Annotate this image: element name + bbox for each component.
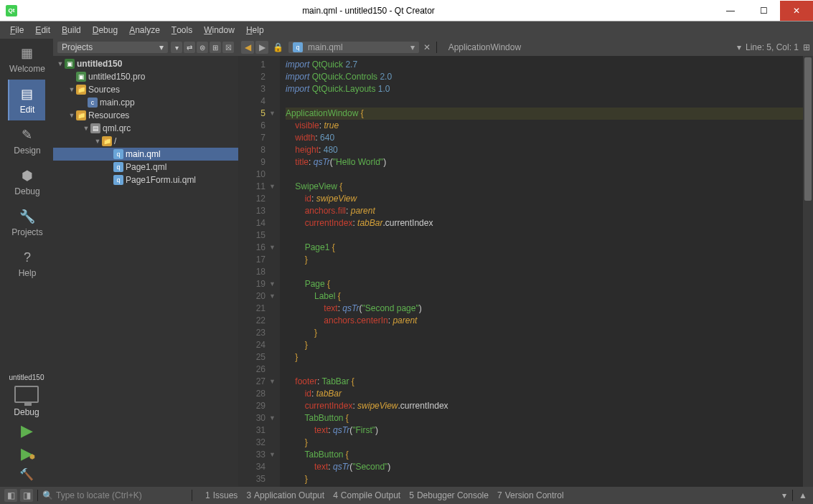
- search-icon: 🔍: [42, 490, 53, 500]
- project-sidebar: Projects ▾ ▾ ⇄ ⊜ ⊞ ☒ ▼▣untitled150 ▣unti…: [53, 39, 238, 487]
- activity-projects[interactable]: 🔧Projects: [8, 202, 45, 243]
- nav-forward-button[interactable]: ▶: [255, 41, 268, 54]
- project-tree[interactable]: ▼▣untitled150 ▣untitled150.pro ▼📁Sources…: [53, 56, 238, 487]
- vertical-scrollbar[interactable]: [803, 56, 813, 487]
- toggle-sidebar-button[interactable]: ◧: [4, 489, 17, 502]
- tree-sources-folder[interactable]: ▼📁Sources: [53, 83, 238, 96]
- menu-tools[interactable]: Tools: [166, 22, 198, 39]
- tree-mainqml[interactable]: qmain.qml: [53, 148, 238, 161]
- sync-icon[interactable]: ⇄: [184, 42, 195, 53]
- menu-file[interactable]: File: [4, 22, 29, 39]
- menu-window[interactable]: Window: [198, 22, 240, 39]
- output-tab-debugger-console[interactable]: 5Debugger Console: [409, 490, 489, 500]
- link-icon[interactable]: ⊜: [197, 42, 208, 53]
- activity-bar: ▦Welcome▤Edit✎Design⬢Debug🔧Projects?Help…: [0, 39, 53, 487]
- editor-toolbar: ◀ ▶ 🔒 q main.qml ▾ ✕ ApplicationWindow ▾…: [238, 39, 813, 56]
- editor-file-selector[interactable]: q main.qml ▾: [288, 42, 419, 53]
- tree-profile[interactable]: ▣untitled150.pro: [53, 70, 238, 83]
- tree-maincpp[interactable]: cmain.cpp: [53, 96, 238, 109]
- window-title: main.qml - untitled150 - Qt Creator: [23, 6, 714, 16]
- sidebar-view-label: Projects: [62, 42, 93, 52]
- output-tab-issues[interactable]: 1Issues: [205, 490, 238, 500]
- target-selector-icon[interactable]: [14, 386, 39, 403]
- tree-qrc[interactable]: ▼▤qml.qrc: [53, 122, 238, 135]
- code-editor[interactable]: import QtQuick 2.7import QtQuick.Control…: [280, 56, 813, 487]
- split-icon[interactable]: ⊞: [210, 42, 221, 53]
- kit-name[interactable]: untitled150: [9, 374, 44, 381]
- menubar: FileEditBuildDebugAnalyzeToolsWindowHelp: [0, 22, 813, 39]
- editor-symbol-selector[interactable]: ApplicationWindow: [443, 42, 733, 52]
- projects-icon: 🔧: [19, 208, 36, 225]
- qml-file-icon: q: [293, 42, 303, 52]
- menu-edit[interactable]: Edit: [29, 22, 56, 39]
- edit-icon: ▤: [19, 85, 36, 103]
- activity-edit[interactable]: ▤Edit: [8, 80, 45, 120]
- output-tab-application-output[interactable]: 3Application Output: [246, 490, 324, 500]
- window-titlebar: Qt main.qml - untitled150 - Qt Creator —…: [0, 0, 813, 22]
- help-icon: ?: [19, 249, 36, 266]
- activity-welcome[interactable]: ▦Welcome: [8, 39, 45, 80]
- filter-icon[interactable]: ▾: [171, 42, 182, 53]
- output-tab-version-control[interactable]: 7Version Control: [497, 490, 564, 500]
- editor-area: ◀ ▶ 🔒 q main.qml ▾ ✕ ApplicationWindow ▾…: [238, 39, 813, 487]
- menu-analyze[interactable]: Analyze: [123, 22, 166, 39]
- dropdown-arrow-icon: ▾: [410, 42, 415, 52]
- tree-resources-folder[interactable]: ▼📁Resources: [53, 109, 238, 122]
- editor-gutter[interactable]: 12345▼67891011▼1213141516▼171819▼20▼2122…: [238, 56, 280, 487]
- build-config[interactable]: Debug: [14, 407, 39, 417]
- statusbar: ◧ ◨ 🔍 Type to locate (Ctrl+K) 1Issues3Ap…: [0, 487, 813, 504]
- build-button[interactable]: 🔨: [19, 467, 34, 481]
- tree-page1[interactable]: qPage1.qml: [53, 161, 238, 173]
- lock-icon[interactable]: 🔒: [273, 42, 284, 52]
- tree-page1form[interactable]: qPage1Form.ui.qml: [53, 173, 238, 186]
- qt-app-icon: Qt: [6, 5, 17, 16]
- close-pane-icon[interactable]: ☒: [222, 42, 234, 53]
- scroll-up-button[interactable]: ▲: [799, 490, 807, 500]
- sidebar-view-selector[interactable]: Projects ▾: [57, 42, 168, 53]
- menu-build[interactable]: Build: [56, 22, 87, 39]
- locator-input[interactable]: 🔍 Type to locate (Ctrl+K): [42, 490, 186, 500]
- window-close-button[interactable]: ✕: [780, 1, 813, 21]
- debug-run-button[interactable]: ▶⬢: [21, 444, 33, 463]
- menu-help[interactable]: Help: [240, 22, 270, 39]
- close-document-icon[interactable]: ✕: [423, 42, 431, 52]
- dropdown-arrow-icon: ▾: [159, 42, 164, 52]
- welcome-icon: ▦: [19, 44, 36, 62]
- menu-debug[interactable]: Debug: [87, 22, 123, 39]
- dropdown-arrow-icon: ▾: [737, 42, 741, 52]
- tree-slash-folder[interactable]: ▼📁/: [53, 135, 238, 148]
- activity-debug[interactable]: ⬢Debug: [8, 161, 45, 202]
- editor-filename: main.qml: [308, 42, 343, 52]
- design-icon: ✎: [19, 126, 36, 143]
- output-selector-icon[interactable]: ▾: [782, 490, 786, 500]
- run-button[interactable]: ▶: [21, 422, 33, 440]
- window-maximize-button[interactable]: ☐: [747, 1, 780, 21]
- tree-project[interactable]: ▼▣untitled150: [53, 57, 238, 70]
- nav-back-button[interactable]: ◀: [241, 41, 254, 54]
- output-tab-compile-output[interactable]: 4Compile Output: [333, 490, 400, 500]
- line-col-indicator[interactable]: Line: 5, Col: 1: [746, 42, 799, 52]
- split-editor-icon[interactable]: ⊞: [803, 42, 810, 52]
- debug-icon: ⬢: [19, 167, 36, 184]
- window-minimize-button[interactable]: —: [714, 1, 747, 21]
- toggle-right-sidebar-button[interactable]: ◨: [20, 489, 33, 502]
- activity-design[interactable]: ✎Design: [8, 120, 45, 161]
- locator-placeholder: Type to locate (Ctrl+K): [56, 490, 142, 500]
- activity-help[interactable]: ?Help: [8, 243, 45, 284]
